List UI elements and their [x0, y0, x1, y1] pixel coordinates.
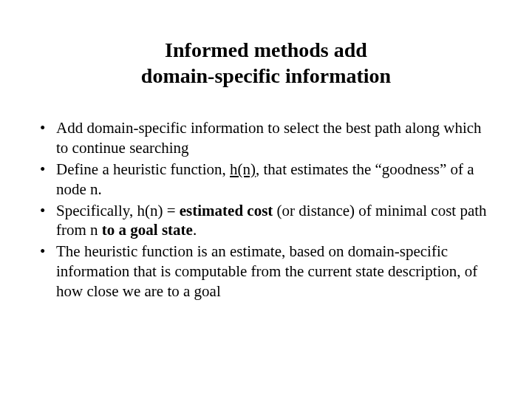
bullet-text-end: . — [193, 221, 197, 239]
bullet-list: Add domain-specific information to selec… — [37, 118, 495, 301]
estimated-cost-emph: estimated cost — [180, 202, 273, 219]
bullet-text-pre: Specifically, h(n) = — [56, 202, 180, 219]
bullet-text: Add domain-specific information to selec… — [56, 119, 482, 157]
list-item: Add domain-specific information to selec… — [37, 118, 495, 158]
title-line-2: domain-specific information — [141, 64, 391, 87]
list-item: Define a heuristic function, h(n), that … — [37, 160, 495, 200]
slide-title: Informed methods add domain-specific inf… — [37, 37, 495, 89]
goal-state-emph: to a goal state — [102, 221, 193, 239]
bullet-text: The heuristic function is an estimate, b… — [56, 242, 477, 300]
bullet-text-pre: Define a heuristic function, — [56, 160, 230, 178]
list-item: Specifically, h(n) = estimated cost (or … — [37, 201, 495, 241]
title-line-1: Informed methods add — [165, 38, 367, 61]
heuristic-fn-symbol: h(n) — [230, 160, 256, 178]
list-item: The heuristic function is an estimate, b… — [37, 242, 495, 301]
